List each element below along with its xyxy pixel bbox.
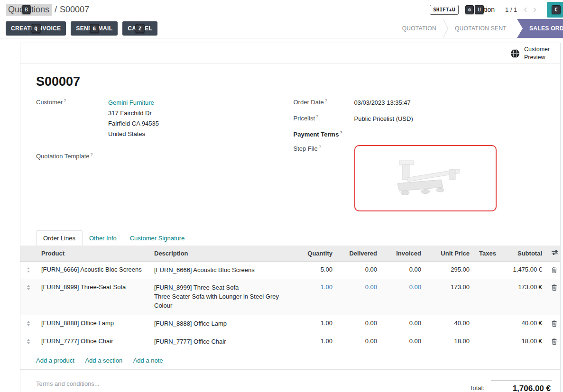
hotkey-badge-create-invoice: Q [31,24,40,33]
cell-delivered[interactable]: 0.00 [337,333,382,351]
cell-quantity[interactable]: 1.00 [290,315,337,333]
totals-block: Total: 1,706.00 € [470,380,552,392]
status-quotation[interactable]: QUOTATION [396,25,443,32]
sheet-header-strip: Customer Preview [20,43,560,64]
terms-and-conditions-input[interactable]: Terms and conditions... [36,380,100,392]
cell-taxes[interactable] [474,279,501,315]
breadcrumb: Quotations B / S00007 [6,4,89,16]
cell-unit-price[interactable]: 40.00 [426,315,474,333]
cell-product[interactable]: [FURN_8888] Office Lamp [37,315,149,333]
add-a-section-link[interactable]: Add a section [85,357,122,364]
quotation-template-label: Quotation Template? [36,152,108,160]
help-icon: ? [64,98,66,103]
cell-product[interactable]: [FURN_6666] Acoustic Bloc Screens [37,261,149,279]
cell-taxes[interactable] [474,261,501,279]
cell-unit-price[interactable]: 295.00 [426,261,474,279]
sheet-footer: Terms and conditions... Total: 1,706.00 … [20,370,560,392]
breadcrumb-quotations[interactable]: Quotations B [6,4,52,16]
cell-taxes[interactable] [474,333,501,351]
optional-columns-header-cell [547,246,561,262]
tab-order-lines[interactable]: Order Lines [36,230,83,246]
cell-invoiced[interactable]: 0.00 [382,261,426,279]
cell-delivered[interactable]: 0.00 [337,261,382,279]
drag-handle-icon[interactable] [25,266,32,273]
drag-handle-icon[interactable] [25,283,32,290]
cell-unit-price[interactable]: 173.00 [426,279,474,315]
control-panel: Quotations B / S00007 SHIFT+U ⚙ Action U… [0,0,563,19]
drag-handle-icon[interactable] [25,337,32,344]
order-line-row: [FURN_8999] Three-Seat Sofa [FURN_8999] … [20,279,561,315]
help-icon: ? [91,152,93,157]
customer-address-line-3: United States [108,129,159,139]
cell-quantity[interactable]: 1.00 [290,279,337,315]
cell-delivered[interactable]: 0.00 [337,279,382,315]
handle-column-header [20,246,37,262]
optional-columns-icon[interactable] [552,250,558,257]
status-sales-order[interactable]: SALES ORDER [517,19,563,38]
cell-unit-price[interactable]: 18.00 [426,333,474,351]
field-grid: Customer? Gemini Furniture 317 Fairchild… [36,98,551,217]
hotkey-badge-shift-u: SHIFT+U [430,5,458,15]
add-a-product-link[interactable]: Add a product [36,357,74,364]
delete-row-icon[interactable] [552,266,557,274]
pricelist-label: Pricelist? [294,114,354,124]
order-line-row: [FURN_7777] Office Chair [FURN_7777] Off… [20,333,561,351]
cell-subtotal: 40.00 € [501,315,547,333]
column-unit-price: Unit Price [426,246,474,262]
order-date-value[interactable]: 03/03/2023 13:35:47 [354,98,411,108]
cell-product[interactable]: [FURN_7777] Office Chair [37,333,149,351]
cell-invoiced[interactable]: 0.00 [382,315,426,333]
status-quotation-sent[interactable]: QUOTATION SENT [448,25,513,32]
action-menu-button[interactable]: ⚙ Action U [465,5,495,14]
pricelist-value[interactable]: Public Pricelist (USD) [354,114,413,124]
delete-row-icon[interactable] [552,319,557,328]
pager-previous-icon[interactable]: ‹ [521,4,530,15]
cell-taxes[interactable] [474,315,501,333]
hotkey-badge-breadcrumb: B [22,5,31,14]
cell-invoiced[interactable]: 0.00 [382,333,426,351]
drag-handle-icon[interactable] [25,319,32,326]
customer-name-link[interactable]: Gemini Furniture [108,98,159,108]
send-email-button[interactable]: SEND EMAIL G [71,21,118,36]
delete-row-icon[interactable] [552,283,557,292]
tab-customer-signature[interactable]: Customer Signature [123,231,192,246]
cell-subtotal: 173.00 € [501,279,547,315]
add-a-note-link[interactable]: Add a note [133,357,163,364]
customer-address-line-2: Fairfield CA 94535 [108,119,159,129]
help-icon: ? [316,114,318,119]
customer-preview-link[interactable]: Customer Preview [510,46,554,61]
statusbar: QUOTATION QUOTATION SENT SALES ORDER [396,19,563,38]
cell-quantity[interactable]: 1.00 [290,333,337,351]
step-file-image[interactable] [354,145,497,211]
cell-invoiced[interactable]: 0.00 [382,279,426,315]
delete-row-icon[interactable] [552,337,557,346]
list-footer-links: Add a product Add a section Add a note [20,351,560,370]
customer-preview-label: Customer Preview [524,46,554,61]
cell-delivered[interactable]: 0.00 [337,315,382,333]
tab-other-info[interactable]: Other Info [83,231,123,246]
action-bar: CREATE INVOICE Q SEND EMAIL G CANCEL Z Q… [0,19,563,38]
create-invoice-button[interactable]: CREATE INVOICE Q [6,21,66,36]
column-product: Product [37,246,149,262]
pager-next-icon[interactable]: › [530,4,539,15]
help-icon: ? [319,145,321,149]
column-description: Description [149,246,290,262]
order-date-label: Order Date? [294,98,354,108]
cell-description[interactable]: [FURN_6666] Acoustic Bloc Screens [149,261,290,279]
cell-product[interactable]: [FURN_8999] Three-Seat Sofa [37,279,149,315]
cell-description[interactable]: [FURN_8999] Three-Seat Sofa Three Seater… [149,279,290,315]
quotation-template-input[interactable] [108,152,212,160]
cell-description[interactable]: [FURN_7777] Office Chair [149,333,290,351]
form-sheet: Customer Preview S00007 Customer? Gemini… [20,43,561,392]
cell-quantity[interactable]: 5.00 [290,261,337,279]
cell-subtotal: 1,475.00 € [501,261,547,279]
customer-label: Customer? [36,98,108,139]
cancel-button[interactable]: CANCEL Z [122,21,157,36]
column-quantity: Quantity [290,246,337,262]
customer-address-line-1: 317 Fairchild Dr [108,108,159,119]
step-file-label: Step File? [294,144,354,211]
create-button[interactable]: C CREATE [547,2,563,18]
column-taxes: Taxes [474,246,501,262]
help-icon: ? [340,130,342,135]
cell-description[interactable]: [FURN_8888] Office Lamp [149,315,290,333]
